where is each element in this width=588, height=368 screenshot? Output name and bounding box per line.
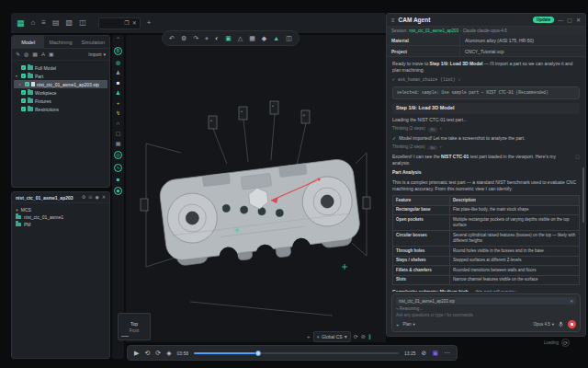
open-folder-icon[interactable]: ▧ [66, 19, 74, 27]
more-options-icon[interactable]: ⋯ [444, 350, 450, 356]
tree-item-full-model[interactable]: ✓ Full Model [14, 63, 107, 72]
tool-call-row[interactable]: ✓ ask_human_choice (list) › [392, 77, 580, 84]
stock-teal-icon[interactable]: ■ [117, 177, 120, 182]
solid-view-icon[interactable]: ◆ [262, 35, 266, 41]
checkbox[interactable]: ✓ [21, 98, 26, 103]
microphone-icon[interactable] [558, 321, 564, 328]
hint-icon[interactable]: ◍ [116, 60, 120, 65]
save-icon[interactable]: ◫ [79, 19, 86, 27]
stock-icon[interactable]: ■ [117, 80, 120, 86]
pause-icon[interactable]: ∥ [368, 334, 371, 339]
chat-input-placeholder[interactable]: Ask any questions or type / for commands [396, 313, 576, 317]
checkbox[interactable]: ✓ [21, 107, 26, 111]
camera-icon[interactable]: △ [238, 35, 243, 41]
target-icon[interactable]: ◎ [114, 151, 122, 159]
redo-icon[interactable]: ↷ [193, 35, 198, 41]
lock-icon[interactable]: ⊙ [88, 195, 92, 200]
cs-selector[interactable]: ⌖ Global CS ▾ [313, 331, 351, 342]
add-cs-button[interactable]: + [307, 334, 311, 339]
mute-icon[interactable]: ⊘ [422, 350, 427, 356]
cone-tool-icon[interactable]: ▲ [273, 35, 279, 41]
settings-icon[interactable]: ⚙ [181, 35, 187, 41]
origin-icon[interactable]: ⌖ [205, 35, 209, 41]
settings-icon[interactable]: ⚙ [82, 195, 85, 200]
document-tab[interactable]: ❐ ✕ [98, 17, 141, 29]
agent-avatar-icon[interactable]: B [114, 47, 122, 55]
agent-chat-body[interactable]: Ready to move to Step 1/9: Load 3D Model… [387, 57, 585, 292]
view-cube[interactable]: Top Front [118, 313, 151, 340]
collapse-icon[interactable]: ⌃ [116, 37, 120, 42]
mesh-view-icon[interactable]: ▦ [249, 35, 255, 41]
add-attachment-button[interactable]: + [396, 322, 400, 328]
close-tab-icon[interactable]: ✕ [132, 20, 137, 26]
home-icon[interactable]: ⌂ [31, 19, 36, 27]
list-item-pm[interactable]: PM [16, 221, 106, 228]
loop-back-icon[interactable]: ⟲ [144, 350, 150, 356]
record-stop-button[interactable] [568, 320, 576, 328]
import-button[interactable]: Import▾ [88, 52, 106, 57]
session-name[interactable]: nist_ctc_01_asme1_ap203 [409, 29, 458, 33]
checkbox[interactable]: ✓ [21, 65, 26, 70]
timeline-handle[interactable] [255, 351, 261, 356]
copy-icon[interactable]: ▢ [575, 154, 580, 167]
view-cube-front-label[interactable]: Front [130, 328, 140, 333]
tab-model[interactable]: Model [12, 36, 44, 48]
tree-item-workpiece[interactable]: ✓ Workpiece [14, 88, 107, 97]
section-icon[interactable]: ◫ [286, 35, 292, 41]
grid-icon[interactable]: ▦ [116, 141, 121, 146]
scrollbar[interactable] [582, 167, 585, 223]
tab-machining[interactable]: Machining [44, 36, 76, 48]
select-icon[interactable]: ✎ [16, 52, 20, 57]
checkbox[interactable]: ✓ [25, 82, 29, 86]
view-cube-top-label[interactable]: Top [130, 321, 138, 327]
maximize-icon[interactable]: ▢ [567, 17, 572, 23]
reasoning-indicator[interactable]: ≈ Reasoning... [396, 306, 576, 311]
shading-icon[interactable]: ◐ [215, 35, 219, 41]
refresh-icon[interactable]: ⟳ [561, 339, 570, 347]
solid-icon[interactable]: ◍ [24, 52, 28, 57]
tab-simulation[interactable]: Simulation [77, 36, 109, 48]
checkbox[interactable]: ✓ [21, 90, 26, 95]
clip-icon[interactable]: ▣ [432, 350, 438, 356]
list-item-part-group[interactable]: nist_ctc_01_asme1 [16, 213, 106, 221]
tree-item-part-file[interactable]: ▸ ✓ nist_ctc_01_asme1_ap203.stp [14, 80, 107, 88]
tree-item-fixtures[interactable]: ✓ Fixtures [14, 97, 107, 105]
loop-forward-icon[interactable]: ⟳ [155, 350, 161, 356]
update-badge[interactable]: Update [533, 17, 554, 23]
thinking-row[interactable]: Thinking (2 steps) 8s › [392, 126, 580, 132]
magnet-snap-icon[interactable]: ∩ [116, 121, 119, 126]
timeline-slider[interactable] [194, 352, 399, 354]
new-file-icon[interactable]: ▤ [52, 19, 60, 27]
checkbox[interactable]: ✓ [21, 74, 26, 78]
menu-icon[interactable]: ≡ [391, 17, 395, 23]
refresh-icon[interactable]: ⟳ [354, 334, 358, 339]
play-button[interactable]: ▶ [134, 350, 139, 356]
remove-attachment-icon[interactable]: ✕ [570, 299, 573, 304]
quick-run-icon[interactable]: ↯ [116, 110, 120, 116]
restore-pane-icon[interactable]: ❐ [124, 20, 129, 26]
operator-icon[interactable]: ♟ [116, 70, 120, 75]
menu-icon[interactable]: ≡ [41, 19, 46, 27]
viewport-3d[interactable]: ⌀⌀⌀⌀ [126, 35, 386, 342]
mode-selector[interactable]: Plan▾ [403, 322, 415, 327]
close-icon[interactable]: ✕ [102, 195, 106, 200]
new-tab-button[interactable]: + [147, 19, 152, 27]
tree-item-restrictions[interactable]: ✓ Restrictions [14, 105, 107, 113]
add-operation-icon[interactable]: + [117, 100, 120, 106]
visibility-icon[interactable]: ◉ [95, 195, 98, 200]
wave-icon[interactable]: ∿ [114, 164, 122, 172]
marker-icon[interactable]: ◈ [166, 350, 171, 356]
tree-item-part[interactable]: ▾ ✓ Part [14, 72, 107, 80]
snapshot-icon[interactable]: ▣ [49, 52, 54, 57]
undo-icon[interactable]: ↶ [169, 35, 175, 41]
detach-icon[interactable]: ⊘ [361, 334, 366, 339]
solid-teal-icon[interactable]: ◆ [114, 187, 122, 195]
list-item-mcs[interactable]: ⌖ MCS [16, 206, 106, 213]
chat-input-box[interactable]: nist_ctc_01_asme1_ap203.stp ✕ ≈ Reasonin… [391, 293, 581, 332]
attached-file-chip[interactable]: nist_ctc_01_asme1_ap203.stp ✕ [396, 297, 576, 305]
bounding-box-icon[interactable]: ▣ [225, 35, 232, 41]
minimize-icon[interactable]: — [558, 17, 563, 23]
close-icon[interactable]: ✕ [576, 17, 581, 23]
model-selector[interactable]: Opus 4.5▾ [533, 322, 554, 327]
box-select-icon[interactable]: ▢ [116, 131, 121, 136]
